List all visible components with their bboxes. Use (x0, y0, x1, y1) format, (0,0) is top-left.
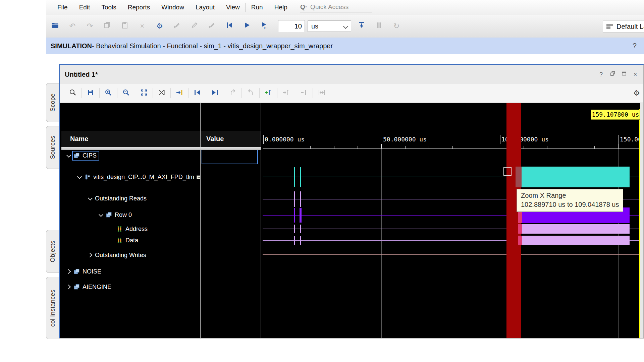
signal-pulse (294, 167, 295, 187)
remove-marker-button[interactable] (300, 89, 308, 98)
chevron-down-icon[interactable] (87, 197, 94, 200)
menu-run[interactable]: Run (251, 4, 263, 11)
signal-pulse (294, 236, 295, 245)
name-header-label: Name (61, 135, 88, 143)
name-column-header[interactable]: Name (61, 131, 200, 147)
copy-button[interactable] (103, 22, 112, 31)
help-icon[interactable]: ? (633, 42, 637, 50)
chevron-right-icon[interactable] (87, 253, 94, 257)
menu-window[interactable]: Window (161, 4, 184, 11)
tree-row-outstanding-writes[interactable]: Outstanding Writes (61, 249, 149, 261)
quick-access-search[interactable]: Q· Quick Access (300, 2, 372, 12)
tree-row-m-axi-fpd[interactable]: vitis_design_CIP...0_M_AXI_FPD_tlm (61, 171, 204, 183)
step-button[interactable] (357, 22, 366, 31)
value-column-header[interactable]: Value (201, 131, 261, 147)
menu-view[interactable]: View (226, 4, 240, 11)
tooltip-range: 102.889710 us to 109.041878 us (521, 200, 619, 209)
menu-help[interactable]: Help (274, 4, 287, 11)
chevron-down-icon[interactable] (76, 176, 83, 178)
maximize-icon[interactable] (621, 71, 627, 78)
menu-reports[interactable]: Reports (128, 4, 150, 11)
tree-row-data[interactable]: Data (61, 235, 141, 246)
float-icon[interactable] (609, 71, 616, 78)
waveform-canvas[interactable]: 159.107800 us Zoom X Range 102.889710 us… (263, 103, 640, 338)
toolbar-separator (82, 88, 82, 98)
layout-select[interactable]: Default Layout (603, 20, 644, 33)
cancel-edit-button[interactable] (208, 22, 216, 31)
vertical-scrollbar[interactable] (640, 103, 643, 338)
search-button[interactable] (68, 89, 77, 98)
redo-button[interactable]: ↷ (86, 22, 94, 31)
close-icon[interactable]: × (632, 71, 639, 78)
goto-marker-button[interactable] (282, 89, 290, 98)
waveform-settings-gear-icon[interactable]: ⚙ (633, 89, 640, 98)
edit-disabled-button[interactable] (190, 22, 199, 31)
side-tab-objects[interactable]: Objects (46, 230, 59, 273)
tree-row-cips[interactable]: CIPS (61, 150, 99, 161)
timeline-major-tick (381, 144, 382, 148)
menu-file[interactable]: File (57, 4, 68, 11)
time-unit-select[interactable]: us (308, 20, 351, 32)
add-marker-button[interactable] (264, 89, 273, 98)
restart-button[interactable] (225, 22, 234, 31)
menu-layout[interactable]: Layout (196, 4, 215, 11)
signal-pulse (294, 191, 295, 207)
signal-value-block (522, 167, 630, 187)
toolbar-separator (241, 88, 242, 98)
goto-time-button[interactable] (175, 89, 184, 98)
side-tab-scope[interactable]: Scope (46, 83, 59, 122)
move-down-button[interactable] (246, 89, 255, 98)
quick-access-icon: Q· (300, 3, 307, 11)
time-cursor-line[interactable] (639, 109, 640, 338)
waveform-window-titlebar[interactable]: Untitled 1* ?× (60, 65, 643, 84)
swap-cursors-button[interactable] (317, 89, 326, 98)
previous-transition-button[interactable] (193, 89, 202, 98)
column-divider[interactable] (261, 103, 261, 338)
pause-button[interactable] (375, 22, 383, 31)
waveform-toolbar-icons (60, 88, 330, 98)
paste-button[interactable] (120, 22, 129, 31)
tree-row-core: NOISE (72, 267, 104, 277)
save-waveform-button[interactable] (86, 89, 95, 98)
zoom-out-button[interactable] (122, 89, 130, 98)
layout-select-value: Default Layout (616, 23, 644, 31)
chevron-right-icon[interactable] (65, 285, 72, 289)
selected-value-cell[interactable] (202, 149, 258, 164)
chevron-right-icon[interactable] (65, 270, 72, 273)
help-icon[interactable]: ? (598, 71, 604, 78)
undo-button[interactable]: ↶ (68, 22, 77, 31)
timeline-minor-tick (334, 146, 334, 148)
toolbar-separator (313, 88, 313, 98)
menu-tools[interactable]: Tools (101, 4, 116, 11)
tree-row-address[interactable]: Address (61, 223, 150, 235)
toolbar-separator (170, 88, 171, 98)
remove-cursor-button[interactable] (157, 89, 166, 98)
run-time-input[interactable] (278, 20, 305, 32)
menu-edit[interactable]: Edit (79, 4, 90, 11)
open-recent-button[interactable] (51, 22, 59, 31)
run-all-button[interactable] (243, 22, 251, 31)
side-tab-sources[interactable]: Sources (46, 126, 59, 169)
main-toolbar-left-icons: ↶↷×⚙(T) (46, 22, 269, 31)
settings-button[interactable]: ⚙ (155, 22, 164, 31)
signal-value-block (522, 224, 630, 234)
zoom-in-button[interactable] (104, 89, 113, 98)
next-transition-button[interactable] (211, 89, 219, 98)
relaunch-button[interactable]: ↻ (392, 22, 401, 31)
run-for-button[interactable]: (T) (260, 22, 269, 31)
move-up-button[interactable] (228, 89, 237, 98)
tree-row-row-0[interactable]: Row 0 (61, 209, 135, 221)
tree-row-outstanding-reads[interactable]: Outstanding Reads (61, 193, 149, 204)
tree-row-core: Address (115, 224, 150, 234)
delete-button[interactable]: × (138, 22, 147, 31)
side-tab-protocol-instances[interactable]: col Instances (46, 277, 59, 339)
tree-row-noise[interactable]: NOISE (61, 266, 104, 277)
chevron-down-icon[interactable] (65, 155, 72, 157)
zoom-fit-button[interactable] (140, 89, 148, 98)
toolbar-separator (99, 88, 100, 98)
chevron-down-icon[interactable] (98, 214, 104, 216)
check-syntax-button[interactable] (173, 22, 181, 31)
toolbar-separator (135, 88, 135, 98)
tree-row-aiengine[interactable]: AIENGINE (61, 281, 114, 293)
tree-row-core: Data (115, 236, 141, 245)
